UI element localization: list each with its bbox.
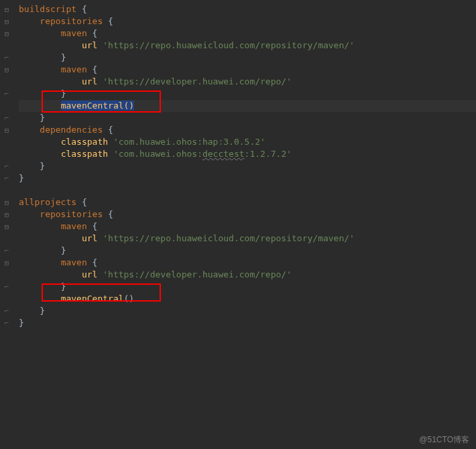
code-line[interactable]: maven {: [19, 64, 476, 76]
code-line[interactable]: }: [19, 88, 476, 100]
fold-icon[interactable]: ⊟: [0, 257, 13, 269]
code-line[interactable]: url 'https://repo.huaweicloud.com/reposi…: [19, 233, 476, 245]
code-line[interactable]: mavenCentral(): [19, 293, 476, 305]
code-line-empty[interactable]: [19, 184, 476, 196]
fold-icon[interactable]: ⊟: [0, 3, 13, 15]
code-line[interactable]: url 'https://developer.huawei.com/repo/': [19, 76, 476, 88]
gutter: ⊟ ⊟ ⊟ ⌐ ⊟ ⌐ ⌐ ⊟ ⌐ ⌐ ⊟ ⊟ ⊟ ⌐ ⊟ ⌐ ⌐ ⌐: [0, 0, 13, 449]
code-line[interactable]: }: [19, 160, 476, 172]
fold-icon[interactable]: ⌐: [0, 112, 13, 124]
code-area[interactable]: buildscript { repositories { maven { url…: [13, 0, 476, 449]
code-line[interactable]: repositories {: [19, 208, 476, 220]
code-line[interactable]: maven {: [19, 220, 476, 233]
code-line[interactable]: buildscript {: [19, 3, 476, 15]
fold-icon[interactable]: ⌐: [0, 245, 13, 257]
fold-icon[interactable]: ⌐: [0, 88, 13, 100]
watermark: @51CTO博客: [419, 434, 469, 446]
code-line[interactable]: classpath 'com.huawei.ohos:decctest:1.2.…: [19, 148, 476, 160]
code-line[interactable]: dependencies {: [19, 124, 476, 136]
fold-icon[interactable]: ⌐: [0, 172, 13, 184]
code-line[interactable]: allprojects {: [19, 196, 476, 208]
fold-icon[interactable]: ⊟: [0, 27, 13, 40]
code-line[interactable]: url 'https://developer.huawei.com/repo/': [19, 269, 476, 281]
fold-icon[interactable]: ⌐: [0, 317, 13, 329]
fold-icon[interactable]: ⊟: [0, 220, 13, 233]
code-line[interactable]: }: [19, 305, 476, 317]
fold-icon[interactable]: ⊟: [0, 64, 13, 76]
fold-icon[interactable]: ⊟: [0, 208, 13, 220]
fold-icon[interactable]: ⌐: [0, 160, 13, 172]
fold-icon[interactable]: ⊟: [0, 124, 13, 136]
code-line[interactable]: }: [19, 172, 476, 184]
code-line[interactable]: maven {: [19, 27, 476, 40]
code-line[interactable]: }: [19, 317, 476, 329]
code-line[interactable]: }: [19, 245, 476, 257]
code-editor[interactable]: ⊟ ⊟ ⊟ ⌐ ⊟ ⌐ ⌐ ⊟ ⌐ ⌐ ⊟ ⊟ ⊟ ⌐ ⊟ ⌐ ⌐ ⌐ buil…: [0, 0, 476, 449]
code-line[interactable]: }: [19, 52, 476, 64]
code-line[interactable]: classpath 'com.huawei.ohos:hap:3.0.5.2': [19, 136, 476, 148]
fold-icon[interactable]: ⌐: [0, 305, 13, 317]
fold-icon[interactable]: ⌐: [0, 281, 13, 293]
code-line[interactable]: }: [19, 281, 476, 293]
code-line-selected[interactable]: mavenCentral(): [19, 100, 476, 112]
code-line[interactable]: maven {: [19, 257, 476, 269]
code-line[interactable]: }: [19, 112, 476, 124]
fold-icon[interactable]: ⌐: [0, 52, 13, 64]
code-line[interactable]: repositories {: [19, 15, 476, 27]
code-line[interactable]: url 'https://repo.huaweicloud.com/reposi…: [19, 40, 476, 52]
fold-icon[interactable]: ⊟: [0, 15, 13, 27]
fold-icon[interactable]: ⊟: [0, 196, 13, 208]
